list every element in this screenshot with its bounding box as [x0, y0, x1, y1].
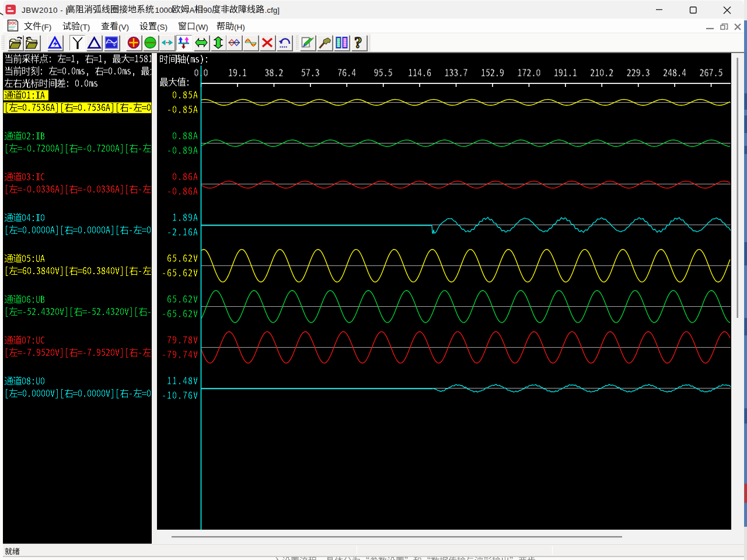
svg-text:(S): (S) [157, 23, 167, 32]
svg-text:(H): (H) [234, 23, 245, 32]
svg-text:?: ? [354, 34, 362, 51]
svg-text:.cfg]: .cfg] [265, 6, 280, 15]
svg-text:90: 90 [203, 6, 212, 15]
svg-text:(V): (V) [118, 23, 129, 32]
svg-text:(T): (T) [80, 23, 90, 32]
svg-text:A: A [190, 6, 195, 15]
svg-text:1000: 1000 [155, 6, 173, 15]
svg-text:(F): (F) [41, 23, 51, 32]
svg-text:DOC: DOC [9, 21, 18, 25]
svg-text:JBW2010 - [: JBW2010 - [ [22, 6, 68, 15]
svg-text:(W): (W) [196, 23, 208, 32]
